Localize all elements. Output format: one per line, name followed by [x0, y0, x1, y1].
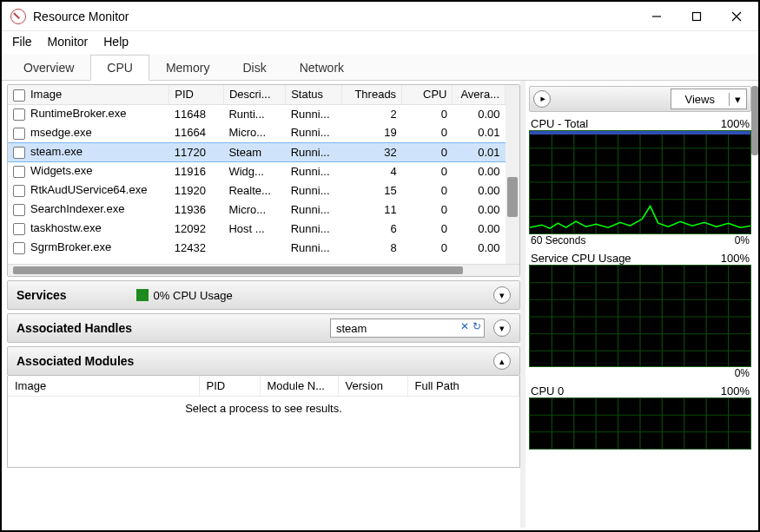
services-header[interactable]: Services 0% CPU Usage ▾ — [7, 280, 520, 310]
graph-pane: ▾ Views ▾ CPU - Total 100% — [525, 81, 758, 528]
graph-cpu-total-foot-right: 0% — [735, 234, 750, 246]
mod-col-pid[interactable]: PID — [199, 376, 260, 397]
services-title: Services — [17, 288, 67, 302]
table-row[interactable]: SearchIndexer.exe11936Micro...Runni...11… — [8, 200, 506, 219]
row-checkbox[interactable] — [13, 242, 25, 254]
col-cpu[interactable]: CPU — [402, 85, 453, 104]
col-avg[interactable]: Avera... — [453, 85, 506, 104]
modules-header[interactable]: Associated Modules ▴ — [7, 346, 520, 376]
chevron-up-icon[interactable]: ▴ — [493, 352, 511, 370]
table-row[interactable]: RtkAudUService64.exe11920Realte...Runni.… — [8, 181, 506, 200]
menu-help[interactable]: Help — [103, 35, 129, 49]
close-button[interactable] — [717, 3, 757, 30]
table-row[interactable]: taskhostw.exe12092Host ...Runni...600.00 — [8, 219, 506, 238]
app-icon — [10, 9, 26, 24]
mod-col-image[interactable]: Image — [8, 376, 199, 397]
graph-cpu0 — [529, 397, 751, 450]
window-title: Resource Monitor — [33, 10, 129, 23]
table-row[interactable]: SgrmBroker.exe12432Runni...800.00 — [8, 238, 506, 257]
graph-scrollbar-v[interactable] — [751, 86, 758, 522]
minimize-button[interactable] — [637, 3, 677, 30]
chevron-down-icon[interactable]: ▾ — [493, 319, 511, 337]
row-checkbox[interactable] — [13, 204, 25, 216]
modules-title: Associated Modules — [17, 354, 134, 368]
services-cpu-usage: 0% CPU Usage — [154, 289, 233, 302]
graph-cpu-total-title: CPU - Total — [531, 117, 588, 130]
mod-col-version[interactable]: Version — [338, 376, 407, 397]
menubar: File Monitor Help — [2, 31, 758, 54]
dropdown-arrow-icon: ▾ — [729, 93, 746, 106]
col-status[interactable]: Status — [286, 85, 342, 104]
maximize-button[interactable] — [677, 3, 717, 30]
tab-overview[interactable]: Overview — [7, 55, 90, 81]
graph-service-foot-right: 0% — [735, 367, 750, 379]
handles-title: Associated Handles — [17, 321, 132, 335]
tab-disk[interactable]: Disk — [226, 55, 282, 81]
col-desc[interactable]: Descri... — [223, 85, 285, 104]
proc-scrollbar-v[interactable] — [506, 85, 519, 264]
table-row[interactable]: steam.exe11720SteamRunni...3200.01 — [8, 142, 506, 161]
graph-service — [529, 265, 751, 367]
graph-cpu-total — [529, 130, 751, 234]
views-row: ▾ Views ▾ — [529, 86, 751, 112]
chevron-down-icon[interactable]: ▾ — [493, 286, 511, 304]
handles-header[interactable]: Associated Handles ✕ ↻ ▾ — [7, 313, 520, 343]
menu-file[interactable]: File — [12, 35, 32, 49]
svg-rect-1 — [693, 12, 701, 20]
table-row[interactable]: RuntimeBroker.exe11648Runti...Runni...20… — [8, 104, 506, 123]
collapse-graphs-icon[interactable]: ▾ — [533, 90, 551, 108]
checkbox-all[interactable] — [13, 89, 25, 102]
row-checkbox[interactable] — [13, 223, 25, 235]
table-row[interactable]: msedge.exe11664Micro...Runni...1900.01 — [8, 123, 506, 142]
modules-empty: Select a process to see results. — [8, 397, 519, 467]
col-image[interactable]: Image — [8, 85, 169, 104]
views-dropdown[interactable]: Views ▾ — [671, 89, 747, 109]
tab-bar: Overview CPU Memory Disk Network — [2, 54, 758, 81]
row-checkbox[interactable] — [13, 108, 25, 121]
process-table[interactable]: Image PID Descri... Status Threads CPU A… — [8, 85, 506, 257]
col-pid[interactable]: PID — [169, 85, 224, 104]
row-checkbox[interactable] — [13, 147, 25, 159]
tab-cpu[interactable]: CPU — [90, 55, 149, 81]
row-checkbox[interactable] — [13, 185, 25, 197]
tab-network[interactable]: Network — [283, 55, 360, 81]
modules-body: Image PID Module N... Version Full Path … — [7, 376, 520, 468]
table-row[interactable]: Widgets.exe11916Widg...Runni...400.00 — [8, 161, 506, 181]
proc-scrollbar-h[interactable] — [8, 264, 519, 276]
graph-cpu-total-foot-left: 60 Seconds — [531, 234, 585, 246]
menu-monitor[interactable]: Monitor — [48, 35, 89, 49]
titlebar: Resource Monitor — [2, 2, 758, 31]
process-panel: Image PID Descri... Status Threads CPU A… — [7, 84, 520, 277]
tab-memory[interactable]: Memory — [149, 55, 227, 81]
graph-service-max: 100% — [721, 252, 750, 265]
clear-search-icon[interactable]: ✕ — [460, 320, 469, 332]
graph-service-title: Service CPU Usage — [531, 252, 631, 265]
graph-cpu0-max: 100% — [721, 384, 750, 397]
graph-cpu-total-max: 100% — [721, 117, 750, 130]
graph-cpu0-title: CPU 0 — [531, 384, 564, 397]
col-threads[interactable]: Threads — [342, 85, 402, 104]
cpu-usage-icon — [136, 289, 149, 301]
row-checkbox[interactable] — [13, 128, 25, 140]
row-checkbox[interactable] — [13, 166, 25, 178]
mod-col-module[interactable]: Module N... — [260, 376, 338, 397]
refresh-icon[interactable]: ↻ — [473, 320, 481, 332]
mod-col-path[interactable]: Full Path — [407, 376, 519, 397]
